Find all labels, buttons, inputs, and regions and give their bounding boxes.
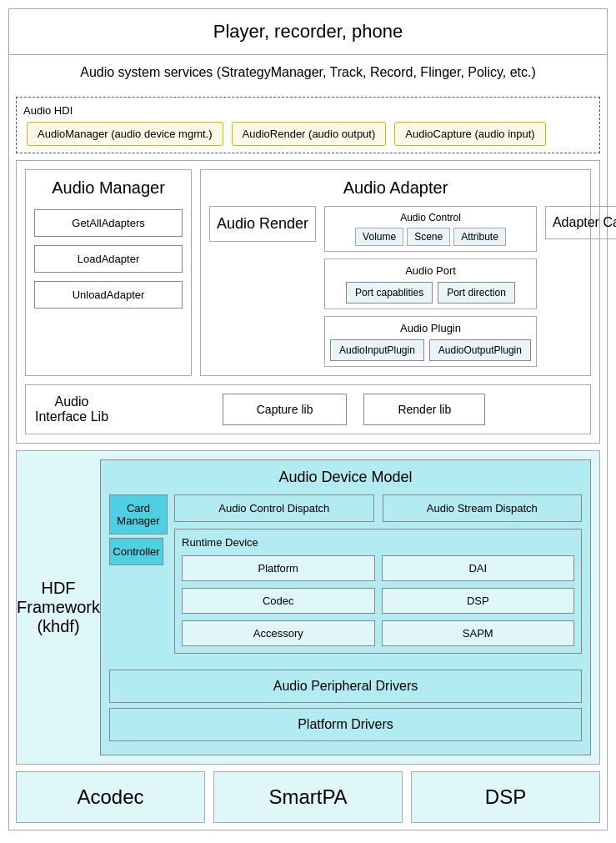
hdf-label: HDF Framework (khdf) <box>25 459 92 755</box>
dsp-button: DSP <box>382 588 575 614</box>
accessory-button: Accessory <box>182 620 375 646</box>
audio-manager-box: Audio Manager GetAllAdapters LoadAdapter… <box>25 169 192 376</box>
get-all-adapters-button: GetAllAdapters <box>34 209 183 237</box>
hdi-section: Audio HDI AudioManager (audio device mgm… <box>16 97 600 153</box>
card-manager-box: Card Manager <box>109 494 168 534</box>
smartpa-chip: SmartPA <box>213 771 403 823</box>
adm-title: Audio Device Model <box>109 469 582 486</box>
adapter-capture-title: Adapter Capture <box>545 206 616 239</box>
audio-interface-lib: Audio Interface Lib Capture lib Render l… <box>25 384 591 434</box>
runtime-grid: Platform DAI Codec DSP Accessory SAPM <box>182 555 574 646</box>
adapter-inner: Audio Render Audio Control Volume Scene … <box>209 206 582 367</box>
audio-render-title: Audio Render <box>209 206 316 242</box>
platform-button: Platform <box>182 555 375 581</box>
render-lib-button: Render lib <box>363 394 485 425</box>
adm-right-area: Audio Control Dispatch Audio Stream Disp… <box>174 494 582 661</box>
middle-section: Audio Manager GetAllAdapters LoadAdapter… <box>16 160 600 444</box>
capture-lib-button: Capture lib <box>223 394 348 425</box>
hdf-inner: HDF Framework (khdf) Audio Device Model … <box>25 459 591 755</box>
player-bar-text: Player, recorder, phone <box>213 21 403 42</box>
audio-input-plugin-button: AudioInputPlugin <box>330 339 424 361</box>
audio-control-dispatch-box: Audio Control Dispatch <box>174 494 374 522</box>
dai-button: DAI <box>382 555 575 581</box>
dsp-chip: DSP <box>411 771 600 823</box>
hdf-section: HDF Framework (khdf) Audio Device Model … <box>16 450 600 765</box>
dispatch-row: Audio Control Dispatch Audio Stream Disp… <box>174 494 582 522</box>
middle-inner: Audio Manager GetAllAdapters LoadAdapter… <box>25 169 591 376</box>
port-direction-button: Port direction <box>438 282 515 304</box>
acodec-chip: Acodec <box>16 771 205 823</box>
hdi-box-audiorender: AudioRender (audio output) <box>232 122 387 146</box>
audio-system-bar: Audio system services (StrategyManager, … <box>9 55 607 90</box>
audio-system-text: Audio system services (StrategyManager, … <box>80 65 536 79</box>
audio-port-title: Audio Port <box>330 264 531 277</box>
hdi-boxes: AudioManager (audio device mgmt.) AudioR… <box>23 122 593 146</box>
runtime-device-box: Runtime Device Platform DAI Codec DSP Ac… <box>174 529 582 654</box>
port-capabilities-button: Port capablities <box>346 282 433 304</box>
hdi-box-audiomanager: AudioManager (audio device mgmt.) <box>27 122 223 146</box>
audio-port-box: Audio Port Port capablities Port directi… <box>324 258 537 309</box>
runtime-title: Runtime Device <box>182 536 574 549</box>
hdi-label: Audio HDI <box>23 104 593 117</box>
hdi-box-audiocapture: AudioCapture (audio input) <box>394 122 545 146</box>
control-pills: Volume Scene Attribute <box>330 228 531 246</box>
bottom-chips: Acodec SmartPA DSP <box>16 771 600 823</box>
unload-adapter-button: UnloadAdapter <box>34 281 183 309</box>
port-buttons: Port capablities Port direction <box>330 282 531 304</box>
audio-plugin-title: Audio Plugin <box>330 322 531 334</box>
audio-control-title: Audio Control <box>330 212 531 223</box>
main-container: Player, recorder, phone Audio system ser… <box>8 8 608 830</box>
audio-adapter-title: Audio Adapter <box>209 178 582 198</box>
platform-drivers-bar: Platform Drivers <box>109 708 582 741</box>
sapm-button: SAPM <box>382 620 575 646</box>
ail-buttons: Capture lib Render lib <box>126 394 582 425</box>
drivers-section: Audio Peripheral Drivers Platform Driver… <box>109 670 582 741</box>
audio-plugin-box: Audio Plugin AudioInputPlugin AudioOutpu… <box>324 316 537 367</box>
controller-box: Controller <box>109 538 163 565</box>
audio-control-area: Audio Control Volume Scene Attribute Aud… <box>324 206 537 367</box>
audio-manager-title: Audio Manager <box>34 178 183 198</box>
scene-pill: Scene <box>407 228 450 246</box>
hdf-right: Audio Device Model Card Manager Controll… <box>100 459 591 755</box>
ail-title: Audio Interface Lib <box>34 394 109 424</box>
player-bar: Player, recorder, phone <box>9 9 607 55</box>
audio-output-plugin-button: AudioOutputPlugin <box>429 339 531 361</box>
audio-stream-dispatch-box: Audio Stream Dispatch <box>383 494 583 522</box>
attribute-pill: Attribute <box>453 228 506 246</box>
audio-adapter-box: Audio Adapter Audio Render Audio Control… <box>200 169 591 376</box>
audio-peripheral-drivers-bar: Audio Peripheral Drivers <box>109 670 582 703</box>
plugin-buttons: AudioInputPlugin AudioOutputPlugin <box>330 339 531 361</box>
card-controller-col: Card Manager Controller <box>109 494 168 661</box>
audio-control-box: Audio Control Volume Scene Attribute <box>324 206 537 252</box>
load-adapter-button: LoadAdapter <box>34 245 183 273</box>
codec-button: Codec <box>182 588 375 614</box>
volume-pill: Volume <box>355 228 403 246</box>
